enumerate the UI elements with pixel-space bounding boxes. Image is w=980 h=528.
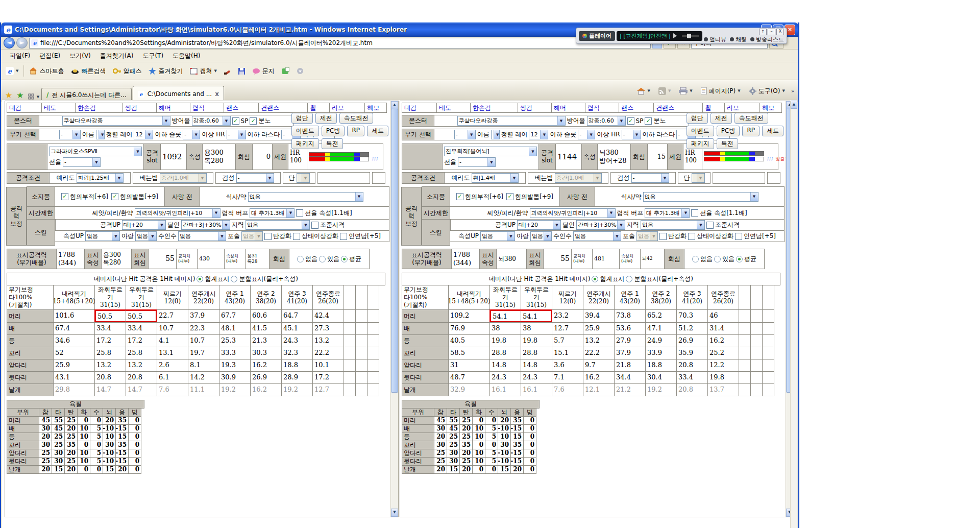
filter-select[interactable]: -▼ <box>227 130 246 139</box>
filter-select[interactable]: -▼ <box>454 130 476 139</box>
weapon-tab-1[interactable]: 대검 <box>402 103 437 113</box>
tools-menu-button[interactable]: 도구(O)▼ <box>747 85 787 97</box>
button-렵단[interactable]: 렵단 <box>291 113 313 124</box>
weapon-tab-8[interactable]: 건랜스 <box>258 103 308 113</box>
weapon-select[interactable]: 진무뢰직[불여뇌]▼ <box>444 147 537 156</box>
button-RP[interactable]: RP <box>347 126 364 136</box>
button-세트[interactable]: 세트 <box>367 126 388 136</box>
save-icon[interactable] <box>236 66 247 76</box>
aim-checkbox[interactable] <box>706 222 714 229</box>
filter-select[interactable]: -▼ <box>622 130 641 139</box>
player-mini-button[interactable]: ↑ <box>759 29 767 35</box>
weapon-tab-4[interactable]: 쌍검 <box>518 103 552 113</box>
button-RP[interactable]: RP <box>742 126 760 136</box>
button-이벤트[interactable]: 이벤트 <box>687 126 714 136</box>
brush-icon[interactable] <box>222 66 233 76</box>
button-PC방[interactable]: PC방 <box>717 126 740 136</box>
player-item-멀티뷰[interactable]: 멀티뷰 <box>704 36 726 43</box>
toolbar-button-6[interactable]: 문지 <box>250 65 277 77</box>
scroll-up-icon[interactable]: ▲ <box>391 101 398 109</box>
toolbar-button-5[interactable]: 캡쳐▼ <box>188 65 218 77</box>
meal-select[interactable]: 없음▼ <box>643 192 758 202</box>
home-button[interactable]: ▼ <box>635 86 652 97</box>
weapon-tab-2[interactable]: 태도 <box>41 103 76 113</box>
power-charm-checkbox[interactable]: ✓ <box>456 193 463 200</box>
seed-flute-select[interactable]: 괴력의씨앗/귀인피리|+10▼ <box>530 208 616 218</box>
tab-close-icon[interactable]: x <box>215 90 219 98</box>
split-display-radio[interactable] <box>231 276 237 282</box>
menu-item[interactable]: 파일(F) <box>5 50 35 62</box>
expert-select[interactable]: 간파+3|+30%▼ <box>576 220 625 230</box>
skill-checkbox-3[interactable] <box>735 233 742 240</box>
button-PC방[interactable]: PC방 <box>322 126 345 136</box>
attack-up-select[interactable]: 대|+20▼ <box>517 220 561 230</box>
aim-checkbox[interactable] <box>311 222 318 229</box>
toolbar-button-3[interactable]: 알패스 <box>111 65 143 77</box>
button-제전[interactable]: 제전 <box>710 113 732 124</box>
filter-select[interactable]: 12▼ <box>134 130 153 139</box>
scroll-down-icon[interactable]: ▼ <box>391 509 398 517</box>
weapon-tab-11[interactable]: 헤보 <box>364 103 387 113</box>
button-이벤트[interactable]: 이벤트 <box>291 126 319 136</box>
filter-select[interactable]: -▼ <box>183 130 200 139</box>
button-패키지[interactable]: 패키지 <box>291 138 319 149</box>
scroll-up-icon[interactable]: ▲ <box>791 101 797 109</box>
menu-item[interactable]: 편집(E) <box>35 50 65 62</box>
horn-buff-select[interactable]: 대 추가1.3배▼ <box>250 208 295 218</box>
ie-menu-button[interactable]: e▼ <box>4 65 20 77</box>
button-제전[interactable]: 제전 <box>315 113 337 124</box>
player-item-방송리스트[interactable]: 방송리스트 <box>750 36 784 43</box>
crit-mode-radio[interactable] <box>692 256 699 262</box>
crit-mode-radio[interactable] <box>736 256 743 262</box>
player-overlay-widget[interactable]: 플레이어 | [고진게임]던진앤 | ↑–X 멀티뷰채팅방송리스트 <box>576 28 787 44</box>
weapon-select[interactable]: 그라파이오스SPⅦ▼ <box>49 147 142 156</box>
sharpness-select[interactable]: 흰|1.4배▼ <box>472 173 519 183</box>
menu-item[interactable]: 도구(T) <box>138 50 168 62</box>
menu-item[interactable]: 즐겨찾기(A) <box>95 50 138 62</box>
weapon-tab-4[interactable]: 쌍검 <box>122 103 157 113</box>
weapon-tab-5[interactable]: 해머 <box>156 103 190 113</box>
power-talon-checkbox[interactable]: ✓ <box>111 193 118 200</box>
total-display-radio[interactable] <box>197 276 203 282</box>
menu-item[interactable]: 도움말(H) <box>168 50 205 62</box>
power-charm-checkbox[interactable]: ✓ <box>61 193 68 200</box>
filter-select[interactable]: ▼ <box>491 130 500 139</box>
button-패키지[interactable]: 패키지 <box>687 138 714 149</box>
overflow-chevron-icon[interactable]: » <box>791 88 794 94</box>
expert-select[interactable]: 간파+3|+30%▼ <box>181 220 230 230</box>
weapon-tab-3[interactable]: 한손검 <box>75 103 123 113</box>
messenger-icon[interactable] <box>280 66 291 76</box>
weapon-tab-11[interactable]: 헤보 <box>760 103 782 113</box>
back-button[interactable]: ◄ <box>4 37 15 49</box>
weapon-tab-3[interactable]: 한손검 <box>470 103 518 113</box>
weapon-tab-10[interactable]: 라보 <box>329 103 365 113</box>
rage-checkbox[interactable]: ✓ <box>250 117 257 125</box>
volume-slider[interactable] <box>682 35 699 37</box>
player-item-채팅[interactable]: 채팅 <box>730 36 747 43</box>
rage-checkbox[interactable]: ✓ <box>645 117 652 125</box>
weapon-tab-7[interactable]: 랜스 <box>619 103 654 113</box>
wolf-select[interactable]: 없음▼ <box>135 231 157 241</box>
button-세트[interactable]: 세트 <box>762 126 783 136</box>
weapon-tab-7[interactable]: 랜스 <box>224 103 259 113</box>
toolbar-button-1[interactable]: 스마트홈 <box>27 65 66 77</box>
sharpness-select[interactable]: 파랑|1.25배▼ <box>77 173 124 183</box>
sp-checkbox[interactable]: ✓ <box>627 117 634 125</box>
address-field[interactable]: e file:///C:/Documents%20and%20Settings/… <box>29 38 651 49</box>
button-속도왜전[interactable]: 속도왜전 <box>734 113 768 124</box>
menu-item[interactable]: 보기(V) <box>65 50 95 62</box>
sword-spirit-select[interactable]: -▼ <box>631 173 669 183</box>
skill-checkbox-1[interactable] <box>264 233 272 240</box>
handicraft-select[interactable]: 없음▼ <box>178 231 226 241</box>
scroll-thumb[interactable] <box>391 109 398 393</box>
crit-mode-radio[interactable] <box>714 256 721 262</box>
filter-select[interactable]: -▼ <box>59 130 81 139</box>
skill-checkbox-3[interactable] <box>340 233 347 240</box>
skill-checkbox-2[interactable] <box>293 233 300 240</box>
melody-element-checkbox[interactable] <box>296 209 303 217</box>
filter-select[interactable]: ▼ <box>96 130 105 139</box>
wolf-select[interactable]: 없음▼ <box>530 231 552 241</box>
page-menu-button[interactable]: 페이지(P)▼ <box>699 85 743 97</box>
skill-checkbox-1[interactable] <box>659 233 667 240</box>
intellect-select[interactable]: 없음▼ <box>246 220 310 230</box>
